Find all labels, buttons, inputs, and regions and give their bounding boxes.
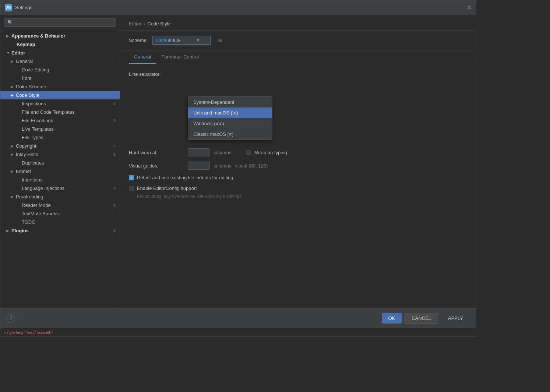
detect-indent-checkbox[interactable] xyxy=(129,175,134,180)
expand-arrow: ▶ xyxy=(11,169,16,173)
sidebar-item-general[interactable]: ▶ General xyxy=(0,57,120,66)
expand-arrow: ▶ xyxy=(6,34,11,38)
sidebar: ▶ Appearance & Behavior Keymap ▼ Editor … xyxy=(0,15,120,308)
search-bar xyxy=(0,15,120,30)
action-buttons: OK CANCEL APPLY xyxy=(382,313,470,324)
sidebar-item-label: Plugins xyxy=(11,228,113,233)
expand-arrow: ▼ xyxy=(6,51,11,55)
dropdown-option-classic-macos[interactable]: Classic macOS (\r) xyxy=(188,129,272,140)
main-layout: ▶ Appearance & Behavior Keymap ▼ Editor … xyxy=(0,15,476,308)
sidebar-item-keymap[interactable]: Keymap xyxy=(0,40,120,49)
tab-formatter-control[interactable]: Formatter Control xyxy=(156,50,204,64)
sidebar-item-label: File Types xyxy=(22,135,116,140)
visual-guides-control: columns visual (80, 120) xyxy=(188,162,268,170)
sidebar-item-inlay-hints[interactable]: ▶ Inlay Hints ⊡ xyxy=(0,150,120,159)
line-separator-dropdown[interactable]: System-Dependent Unix and macOS (\n) Win… xyxy=(188,96,272,140)
sidebar-item-file-code-templates[interactable]: File and Code Templates xyxy=(0,108,120,116)
tab-general[interactable]: General xyxy=(129,50,156,64)
sidebar-item-plugins[interactable]: ▶ Plugins ⊡ xyxy=(0,226,120,235)
scheme-label: Scheme: xyxy=(129,38,148,43)
expand-arrow: ▶ xyxy=(11,144,16,148)
sidebar-item-label: Editor xyxy=(11,50,116,56)
sidebar-item-label: Live Templates xyxy=(22,126,116,132)
sidebar-item-label: Code Editing xyxy=(22,67,116,73)
shared-icon: ⊡ xyxy=(113,119,116,123)
sidebar-item-label: Color Scheme xyxy=(16,84,116,89)
ok-button[interactable]: OK xyxy=(382,313,402,324)
sidebar-item-label: Duplicates xyxy=(22,160,116,166)
sidebar-item-proofreading[interactable]: ▶ Proofreading xyxy=(0,193,120,201)
visual-guides-input[interactable] xyxy=(188,162,210,170)
sidebar-item-file-types[interactable]: File Types xyxy=(0,133,120,142)
sidebar-item-live-templates[interactable]: Live Templates xyxy=(0,125,120,133)
status-text: <style lang="less" scoped> xyxy=(4,330,53,335)
sidebar-item-copyright[interactable]: ▶ Copyright ⊡ xyxy=(0,142,120,150)
sidebar-item-label: File and Code Templates xyxy=(22,109,116,115)
title-bar: WS Settings ✕ xyxy=(0,0,476,15)
sidebar-item-file-encodings[interactable]: File Encodings ⊡ xyxy=(0,116,120,125)
cancel-button[interactable]: CANCEL xyxy=(405,313,438,324)
sidebar-item-color-scheme[interactable]: ▶ Color Scheme xyxy=(0,82,120,91)
visual-guides-hint: visual (80, 120) xyxy=(235,163,268,169)
sidebar-item-emmet[interactable]: ▶ Emmet xyxy=(0,167,120,176)
breadcrumb-parent: Editor xyxy=(129,21,141,27)
dropdown-option-windows[interactable]: Windows (\r\n) xyxy=(188,118,272,129)
expand-arrow: ▶ xyxy=(11,152,16,156)
sidebar-item-duplicates[interactable]: Duplicates xyxy=(0,159,120,167)
sidebar-item-textmate-bundles[interactable]: TextMate Bundles xyxy=(0,209,120,218)
settings-content: Line separator: System-Dependent Unix an… xyxy=(120,64,476,308)
visual-guides-label: Visual guides: xyxy=(129,163,188,169)
tabs-row: General Formatter Control xyxy=(120,50,476,64)
search-input[interactable] xyxy=(4,18,116,27)
sidebar-item-label: Code Style xyxy=(16,92,116,98)
sidebar-item-appearance[interactable]: ▶ Appearance & Behavior xyxy=(0,32,120,40)
sidebar-item-label: Inlay Hints xyxy=(16,152,113,157)
line-separator-row: Line separator: System-Dependent Unix an… xyxy=(129,71,467,77)
sidebar-item-font[interactable]: Font xyxy=(0,74,120,82)
dropdown-option-system[interactable]: System-Dependent xyxy=(188,97,272,107)
gear-button[interactable]: ⚙ xyxy=(215,36,224,45)
breadcrumb-current: Code Style xyxy=(147,21,171,27)
sidebar-item-language-injections[interactable]: Language Injections ⊡ xyxy=(0,184,120,193)
sidebar-item-intentions[interactable]: Intentions xyxy=(0,176,120,184)
sidebar-item-code-style[interactable]: ▶ Code Style xyxy=(0,91,120,99)
close-button[interactable]: ✕ xyxy=(467,4,472,11)
shared-icon: ⊡ xyxy=(113,203,116,207)
scheme-sub: IDE xyxy=(173,38,181,43)
bottom-bar: ? OK CANCEL APPLY xyxy=(0,308,476,328)
sidebar-item-todo[interactable]: TODO xyxy=(0,218,120,226)
shared-icon: ⊡ xyxy=(113,144,116,148)
sidebar-item-label: Appearance & Behavior xyxy=(11,33,116,39)
line-separator-label: Line separator: xyxy=(129,71,188,77)
expand-arrow: ▶ xyxy=(11,59,16,63)
sidebar-item-editor[interactable]: ▼ Editor xyxy=(0,49,120,57)
hard-wrap-input[interactable] xyxy=(188,148,210,156)
sidebar-item-label: Reader Mode xyxy=(22,202,113,208)
apply-button[interactable]: APPLY xyxy=(441,313,470,324)
editor-config-checkbox[interactable] xyxy=(129,186,134,191)
status-bar: <style lang="less" scoped> xyxy=(0,328,476,336)
sidebar-item-reader-mode[interactable]: Reader Mode ⊡ xyxy=(0,201,120,209)
sidebar-item-label: Proofreading xyxy=(16,194,116,199)
detect-indent-label: Detect and use existing file indents for… xyxy=(137,175,233,180)
breadcrumb-separator: › xyxy=(144,21,145,27)
hard-wrap-control: columns Wrap on typing xyxy=(188,148,287,156)
sidebar-item-code-editing[interactable]: Code Editing xyxy=(0,66,120,74)
sidebar-item-label: Inspections xyxy=(22,101,113,106)
help-button[interactable]: ? xyxy=(6,314,15,323)
scheme-dropdown[interactable]: DefaultIDE ▼ xyxy=(152,36,211,45)
expand-arrow: ▶ xyxy=(11,85,16,89)
visual-guides-row: Visual guides: columns visual (80, 120) xyxy=(129,162,467,170)
shared-icon: ⊡ xyxy=(113,229,116,233)
sidebar-item-inspections[interactable]: Inspections ⊡ xyxy=(0,99,120,108)
sidebar-item-label: Keymap xyxy=(11,42,116,47)
wrap-on-typing-checkbox[interactable] xyxy=(246,150,251,155)
settings-window: WS Settings ✕ ▶ Appearance & Behavior Ke… xyxy=(0,0,476,337)
editor-config-hint: EditorConfig may override the IDE code s… xyxy=(129,194,467,199)
editor-config-label: Enable EditorConfig support xyxy=(137,186,197,191)
visual-guides-suffix: columns xyxy=(214,163,231,169)
hard-wrap-label: Hard wrap at xyxy=(129,150,188,155)
dropdown-option-unix[interactable]: Unix and macOS (\n) xyxy=(188,107,272,118)
help-icon: ? xyxy=(9,315,12,321)
chevron-down-icon: ▼ xyxy=(195,38,200,43)
